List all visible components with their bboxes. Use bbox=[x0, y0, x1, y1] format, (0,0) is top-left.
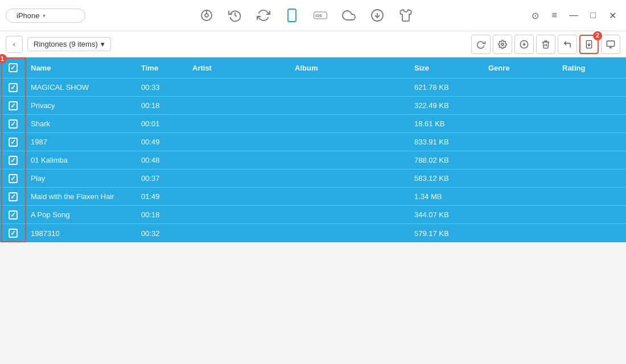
table-row[interactable]: 1987 00:49 833.91 KB bbox=[0, 133, 626, 151]
nav-icons: iOS bbox=[90, 6, 522, 24]
row-size: 788.02 KB bbox=[410, 156, 484, 164]
row-checkbox-cell bbox=[0, 83, 26, 92]
delete-button[interactable] bbox=[536, 35, 555, 54]
row-checkbox-cell bbox=[0, 138, 26, 147]
svg-rect-15 bbox=[607, 41, 614, 46]
table-row[interactable]: Shark 00:01 18.61 KB bbox=[0, 115, 626, 133]
row-checkbox[interactable] bbox=[9, 174, 18, 183]
row-size: 833.91 KB bbox=[410, 138, 484, 146]
title-bar: iPhone ▾ bbox=[0, 0, 626, 31]
row-name: Maid with the Flaxen Hair bbox=[26, 192, 137, 201]
row-checkbox[interactable] bbox=[9, 101, 18, 110]
row-name: Play bbox=[26, 174, 137, 183]
device-selector[interactable]: iPhone ▾ bbox=[6, 9, 85, 23]
th-album: Album bbox=[290, 61, 410, 75]
download-nav-icon[interactable] bbox=[368, 6, 386, 24]
row-name: A Pop Song bbox=[26, 210, 137, 219]
row-checkbox[interactable] bbox=[9, 138, 18, 147]
svg-rect-3 bbox=[288, 9, 296, 22]
row-name: MAGICAL SHOW bbox=[26, 83, 137, 92]
ios-nav-icon[interactable]: iOS bbox=[311, 6, 330, 24]
dropdown-label: Ringtones (9 items) bbox=[34, 40, 98, 48]
row-checkbox[interactable] bbox=[9, 83, 18, 92]
row-checkbox[interactable] bbox=[9, 229, 18, 238]
row-checkbox[interactable] bbox=[9, 119, 18, 129]
table-row[interactable]: Privacy 00:18 322.49 KB bbox=[0, 97, 626, 115]
sync-nav-icon[interactable] bbox=[254, 6, 273, 24]
row-time: 00:32 bbox=[137, 229, 188, 238]
row-time: 00:18 bbox=[137, 101, 188, 110]
th-time: Time bbox=[137, 61, 188, 75]
row-time: 00:33 bbox=[137, 83, 188, 92]
back-button[interactable]: ‹ bbox=[6, 36, 23, 53]
search-window-btn[interactable]: ⊙ bbox=[527, 7, 543, 23]
row-checkbox[interactable] bbox=[9, 156, 18, 165]
cloud-nav-icon[interactable] bbox=[340, 6, 358, 24]
table-row[interactable]: Maid with the Flaxen Hair 01:49 1.34 MB bbox=[0, 188, 626, 206]
row-time: 00:18 bbox=[137, 210, 188, 219]
th-artist: Artist bbox=[188, 61, 290, 75]
table-row[interactable]: MAGICAL SHOW 00:33 621.78 KB bbox=[0, 78, 626, 97]
table-row[interactable]: Play 00:37 583.12 KB bbox=[0, 169, 626, 188]
table-body: MAGICAL SHOW 00:33 621.78 KB Privacy 00:… bbox=[0, 78, 626, 242]
device-name-label: iPhone bbox=[17, 11, 39, 20]
row-size: 1.34 MB bbox=[410, 192, 484, 201]
menu-window-btn[interactable]: ≡ bbox=[546, 7, 562, 23]
row-size: 18.61 KB bbox=[410, 119, 484, 128]
select-all-checkbox[interactable] bbox=[9, 63, 18, 72]
row-checkbox-cell bbox=[0, 210, 26, 220]
row-size: 579.17 KB bbox=[410, 229, 484, 238]
settings-button[interactable] bbox=[493, 35, 512, 54]
th-genre: Genre bbox=[484, 61, 558, 75]
refresh-button[interactable] bbox=[471, 35, 491, 54]
row-time: 01:49 bbox=[137, 192, 188, 201]
minimize-window-btn[interactable]: — bbox=[566, 7, 582, 23]
close-window-btn[interactable]: ✕ bbox=[604, 7, 620, 23]
row-name: 1987 bbox=[26, 138, 137, 146]
export-to-device-button[interactable] bbox=[558, 35, 577, 54]
row-name: Shark bbox=[26, 119, 137, 128]
tshirt-nav-icon[interactable] bbox=[397, 6, 415, 24]
row-checkbox[interactable] bbox=[9, 192, 18, 201]
row-checkbox-cell bbox=[0, 192, 26, 201]
th-rating: Rating bbox=[558, 61, 626, 75]
chevron-down-icon: ▾ bbox=[43, 13, 46, 19]
dropdown-chevron-icon: ▾ bbox=[101, 40, 105, 48]
music-nav-icon[interactable] bbox=[197, 6, 216, 24]
ringtones-dropdown[interactable]: Ringtones (9 items) ▾ bbox=[27, 37, 111, 51]
table-header: Name Time Artist Album Size Genre Rating bbox=[0, 57, 626, 78]
bottom-empty-area bbox=[0, 242, 626, 364]
row-time: 00:49 bbox=[137, 138, 188, 146]
row-time: 00:01 bbox=[137, 119, 188, 128]
svg-point-9 bbox=[501, 43, 504, 46]
row-checkbox-cell bbox=[0, 101, 26, 110]
import-button[interactable]: 2 bbox=[579, 35, 599, 54]
th-name: Name bbox=[26, 61, 137, 75]
history-nav-icon[interactable] bbox=[226, 6, 244, 24]
row-size: 322.49 KB bbox=[410, 101, 484, 110]
row-size: 583.12 KB bbox=[410, 174, 484, 183]
toolbar-row: ‹ Ringtones (9 items) ▾ bbox=[0, 31, 626, 57]
row-name: 01 Kalimba bbox=[26, 156, 137, 164]
table-row[interactable]: A Pop Song 00:18 344.07 KB bbox=[0, 206, 626, 224]
annotation-2-label: 2 bbox=[593, 31, 602, 40]
ringtones-table: 1 Name Time Artist Album Size Genre Rati… bbox=[0, 57, 626, 242]
svg-text:iOS: iOS bbox=[315, 14, 322, 18]
back-icon: ‹ bbox=[13, 40, 15, 48]
table-row[interactable]: 01 Kalimba 00:48 788.02 KB bbox=[0, 151, 626, 169]
add-button[interactable] bbox=[514, 35, 534, 54]
row-checkbox[interactable] bbox=[9, 210, 18, 220]
row-size: 344.07 KB bbox=[410, 210, 484, 219]
action-buttons: 2 bbox=[471, 35, 620, 54]
row-checkbox-cell bbox=[0, 174, 26, 183]
row-checkbox-cell bbox=[0, 229, 26, 238]
row-checkbox-cell bbox=[0, 119, 26, 129]
maximize-window-btn[interactable]: □ bbox=[585, 7, 601, 23]
table-row[interactable]: 1987310 00:32 579.17 KB bbox=[0, 224, 626, 242]
phone-nav-icon[interactable] bbox=[283, 6, 301, 24]
row-time: 00:37 bbox=[137, 174, 188, 183]
row-checkbox-cell bbox=[0, 156, 26, 165]
save-to-computer-button[interactable] bbox=[601, 35, 620, 54]
row-time: 00:48 bbox=[137, 156, 188, 164]
row-name: 1987310 bbox=[26, 229, 137, 238]
